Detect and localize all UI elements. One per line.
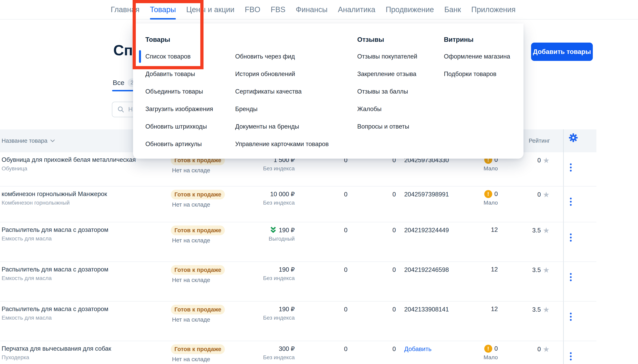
available-cell: 12 xyxy=(491,305,498,314)
menu-column-header xyxy=(235,32,329,48)
menu-item[interactable]: Жалобы xyxy=(357,100,417,118)
row-menu-button[interactable] xyxy=(569,197,572,206)
available-count: 0 xyxy=(494,190,498,198)
menu-item[interactable]: Отзывы за баллы xyxy=(357,83,417,100)
menu-column-header: Отзывы xyxy=(357,32,417,48)
nav-item[interactable]: FBS xyxy=(271,5,285,14)
product-name-cell: Распылитель для масла с дозаторомЕмкость… xyxy=(2,266,169,282)
product-row: Распылитель для масла с дозаторомЕмкость… xyxy=(0,262,596,302)
nav-item[interactable]: Цены и акции xyxy=(186,5,234,14)
available-line: 12 xyxy=(491,265,498,274)
rating-cell: 0★ xyxy=(537,157,549,164)
menu-item[interactable]: Объединить товары xyxy=(145,83,213,100)
article-cell: 2042597398991 xyxy=(404,191,449,198)
status-badge: Готов к продаже xyxy=(171,265,225,275)
menu-item[interactable]: Обновить артикулы xyxy=(145,135,213,153)
menu-item[interactable]: Закрепление отзыва xyxy=(357,65,417,83)
price-cell: 190 ₽Выгодный xyxy=(269,226,295,242)
low-stock-note: Мало xyxy=(484,354,498,360)
menu-item[interactable]: Сертификаты качества xyxy=(235,83,329,100)
available-line: !0 xyxy=(484,344,498,353)
top-nav: ГлавнаяТоварыЦены и акцииFBOFBSФинансыАн… xyxy=(0,0,638,20)
product-subtitle: Емкость для масла xyxy=(2,275,169,282)
available-line: 12 xyxy=(491,305,498,314)
star-icon: ★ xyxy=(543,157,549,164)
available-count: 12 xyxy=(491,266,498,273)
nav-item[interactable]: Финансы xyxy=(296,5,328,14)
rating-cell: 3.5★ xyxy=(532,266,549,274)
article-cell: 2042133908141 xyxy=(404,306,449,313)
available-line: 12 xyxy=(491,226,498,234)
menu-item[interactable]: Управление карточками товаров xyxy=(235,135,329,153)
status-cell: Готов к продажеНет на складе xyxy=(171,190,225,208)
product-subtitle: Пуходерка xyxy=(2,354,169,360)
status-badge: Готов к продаже xyxy=(171,190,225,200)
stock-status: Нет на складе xyxy=(171,356,225,362)
rating-value: 0 xyxy=(537,346,541,353)
warning-icon: ! xyxy=(484,190,492,198)
menu-item[interactable]: Добавить товары xyxy=(145,65,213,83)
menu-item[interactable]: Бренды xyxy=(235,100,329,118)
product-subtitle: Емкость для масла xyxy=(2,236,169,242)
rating-value: 3.5 xyxy=(532,266,541,274)
star-icon: ★ xyxy=(543,306,549,314)
row-menu-button[interactable] xyxy=(569,272,572,282)
menu-item[interactable]: Документы на бренды xyxy=(235,118,329,135)
stock-status: Нет на складе xyxy=(171,202,225,208)
menu-column: ОтзывыОтзывы покупателейЗакрепление отзы… xyxy=(357,32,417,135)
price-value: 190 ₽ xyxy=(279,226,295,234)
row-menu-button[interactable] xyxy=(569,352,572,361)
price-index-note: Выгодный xyxy=(269,236,295,242)
stock-status: Нет на складе xyxy=(171,167,225,174)
nav-item[interactable]: Продвижение xyxy=(386,5,434,14)
article-number: 2042133908141 xyxy=(404,306,449,313)
products-dropdown-menu: ТоварыСписок товаровДобавить товарыОбъед… xyxy=(133,24,523,158)
add-products-button[interactable]: Добавить товары xyxy=(531,42,593,61)
col-b-value: 0 xyxy=(392,227,396,234)
row-menu-button[interactable] xyxy=(569,312,572,322)
rating-cell: 0★ xyxy=(537,191,549,198)
product-subtitle: Емкость для масла xyxy=(2,315,169,321)
price-cell: 300 ₽Без индекса xyxy=(263,345,295,360)
menu-item[interactable]: Список товаров xyxy=(145,48,213,65)
nav-item[interactable]: Товары xyxy=(150,5,176,14)
available-count: 12 xyxy=(491,226,498,234)
low-stock-note: Мало xyxy=(484,200,498,206)
price-cell: 10 000 ₽Без индекса xyxy=(263,190,295,206)
menu-column: ТоварыСписок товаровДобавить товарыОбъед… xyxy=(145,32,213,153)
rating-cell: 0★ xyxy=(537,346,549,353)
nav-item[interactable]: FBO xyxy=(245,5,260,14)
menu-item[interactable]: Отзывы покупателей xyxy=(357,48,417,65)
col-b-value: 0 xyxy=(392,266,396,274)
nav-item[interactable]: Банк xyxy=(444,5,461,14)
price-line: 190 ₽ xyxy=(263,266,295,273)
status-cell: Готов к продажеНет на складе xyxy=(171,344,225,362)
price-line: 190 ₽ xyxy=(263,306,295,313)
stock-status: Нет на складе xyxy=(171,277,225,284)
menu-item[interactable]: Подборки товаров xyxy=(444,65,510,83)
price-line: 300 ₽ xyxy=(263,345,295,352)
menu-item[interactable]: Оформление магазина xyxy=(444,48,510,65)
article-number: 2042597398991 xyxy=(404,191,449,198)
nav-item[interactable]: Аналитика xyxy=(338,5,375,14)
product-name-cell: Распылитель для масла с дозаторомЕмкость… xyxy=(2,305,169,321)
nav-item[interactable]: Приложения xyxy=(471,5,515,14)
column-header-name[interactable]: Название товара xyxy=(2,129,55,152)
gear-icon[interactable] xyxy=(569,133,578,142)
nav-item[interactable]: Главная xyxy=(111,5,140,14)
tab-all-label: Все xyxy=(113,79,125,86)
col-b-value: 0 xyxy=(392,346,396,353)
row-menu-button[interactable] xyxy=(569,233,572,242)
menu-item[interactable]: Обновить штрихкоды xyxy=(145,118,213,135)
menu-item[interactable]: Вопросы и ответы xyxy=(357,118,417,135)
price-cell: 190 ₽Без индекса xyxy=(263,266,295,282)
menu-item[interactable]: Обновить через фид xyxy=(235,48,329,65)
row-menu-button[interactable] xyxy=(569,162,572,172)
price-value: 10 000 ₽ xyxy=(270,190,295,198)
col-b-value: 0 xyxy=(392,306,396,313)
menu-column: Обновить через фидИстория обновленийСерт… xyxy=(235,32,329,153)
menu-item[interactable]: Загрузить изображения xyxy=(145,100,213,118)
add-article-link[interactable]: Добавить xyxy=(404,346,431,352)
star-icon: ★ xyxy=(543,346,549,353)
menu-item[interactable]: История обновлений xyxy=(235,65,329,83)
